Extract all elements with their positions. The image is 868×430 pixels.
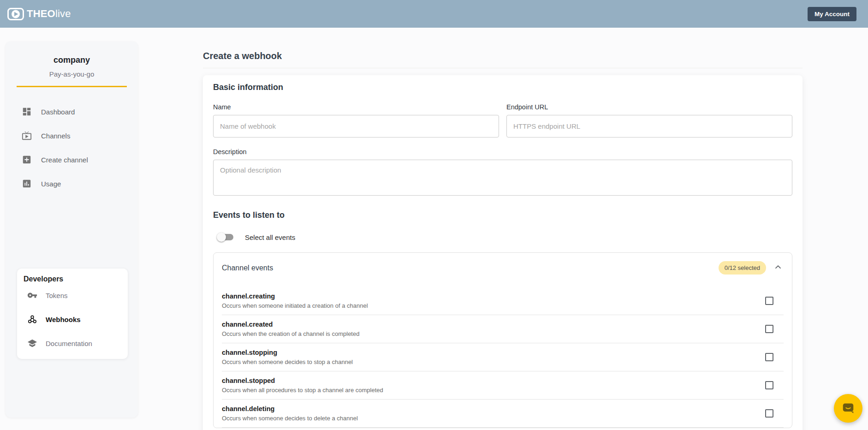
sidebar-item-label: Usage [41,180,61,188]
plan-label: Pay-as-you-go [6,70,138,78]
event-row: channel.deleting Occurs when someone dec… [222,399,784,428]
chat-launcher-button[interactable] [834,394,862,423]
developers-title: Developers [23,275,122,283]
sidebar-item-label: Channels [41,132,70,140]
event-name: channel.stopped [222,377,765,384]
event-checkbox[interactable] [765,381,773,389]
sidebar-item-label: Tokens [46,292,68,299]
theolive-logo[interactable]: THEOlive [7,8,71,20]
channel-events-header: Channel events 0/12 selected [222,261,784,275]
event-text: channel.stopped Occurs when all procedur… [222,377,765,394]
play-logo-icon [7,8,24,20]
endpoint-url-input[interactable] [506,115,792,137]
sidebar-item-label: Documentation [46,340,92,347]
brand-name: THEOlive [27,8,71,20]
basic-info-form: Name Endpoint URL [213,103,792,137]
create-webhook-card: Basic information Name Endpoint URL Desc… [203,75,803,430]
add-box-icon [22,155,32,165]
bar-chart-icon [22,179,32,189]
sidebar-accent-divider [17,86,127,87]
event-checkbox[interactable] [765,325,773,333]
developers-card: Developers Tokens Webhooks Documentation [17,269,128,359]
name-input[interactable] [213,115,499,137]
title-divider [203,68,803,68]
sidebar-item-create-channel[interactable]: Create channel [6,148,138,172]
event-text: channel.created Occurs when the creation… [222,321,765,337]
sidebar-item-webhooks[interactable]: Webhooks [23,307,122,331]
description-label: Description [213,148,792,155]
sidebar-item-dashboard[interactable]: Dashboard [6,100,138,124]
sidebar-item-usage[interactable]: Usage [6,172,138,196]
event-description: Occurs when someone decides to delete a … [222,415,765,422]
name-field-group: Name [213,103,499,137]
sidebar-item-channels[interactable]: Channels [6,124,138,148]
event-name: channel.stopping [222,349,765,356]
select-all-row: Select all events [213,233,792,242]
chevron-up-icon [773,263,783,272]
event-name: channel.created [222,321,765,328]
chat-bubble-icon [841,401,855,415]
select-all-label: Select all events [245,233,295,241]
event-row: channel.created Occurs when the creation… [222,315,784,343]
event-row: channel.stopped Occurs when all procedur… [222,371,784,399]
event-description: Occurs when someone initiated a creation… [222,302,765,309]
event-name: channel.creating [222,293,765,300]
top-header: THEOlive My Account [0,0,868,28]
endpoint-url-label: Endpoint URL [506,103,792,111]
live-tv-icon [22,131,32,141]
event-checkbox[interactable] [765,297,773,305]
sidebar-item-label: Webhooks [46,316,81,323]
event-list: channel.creating Occurs when someone ini… [222,287,784,428]
toggle-thumb [217,233,226,242]
event-checkbox[interactable] [765,353,773,361]
event-description: Occurs when the creation of a channel is… [222,330,765,337]
channel-events-panel: Channel events 0/12 selected channel.cre… [213,252,792,428]
sidebar-item-documentation[interactable]: Documentation [23,331,122,355]
channel-events-title: Channel events [222,264,273,272]
dashboard-icon [22,107,32,117]
collapse-panel-button[interactable] [773,263,784,274]
event-checkbox[interactable] [765,409,773,418]
name-label: Name [213,103,499,111]
events-heading: Events to listen to [213,210,792,220]
sidebar-item-label: Dashboard [41,108,75,116]
sidebar-nav: Dashboard Channels Create channel Usage [6,100,138,196]
event-row: channel.stopping Occurs when someone dec… [222,343,784,371]
event-description: Occurs when someone decides to stop a ch… [222,358,765,365]
select-all-toggle[interactable] [218,233,233,242]
selected-count-badge: 0/12 selected [719,261,766,275]
description-input[interactable] [213,160,792,196]
sidebar-item-label: Create channel [41,156,88,164]
page-title: Create a webhook [203,51,282,61]
basic-information-heading: Basic information [213,83,792,92]
company-name: company [6,55,138,65]
event-row: channel.creating Occurs when someone ini… [222,287,784,315]
sidebar-item-tokens[interactable]: Tokens [23,283,122,307]
description-field-group: Description [213,148,792,197]
key-icon [27,290,37,300]
event-text: channel.deleting Occurs when someone dec… [222,405,765,422]
sidebar: company Pay-as-you-go Dashboard Channels… [6,42,138,418]
my-account-button[interactable]: My Account [808,7,856,21]
event-text: channel.stopping Occurs when someone dec… [222,349,765,365]
event-name: channel.deleting [222,405,765,412]
webhook-icon [27,314,37,324]
event-text: channel.creating Occurs when someone ini… [222,293,765,309]
endpoint-field-group: Endpoint URL [506,103,792,137]
graduation-cap-icon [27,338,37,348]
event-description: Occurs when all procedures to stop a cha… [222,387,765,394]
